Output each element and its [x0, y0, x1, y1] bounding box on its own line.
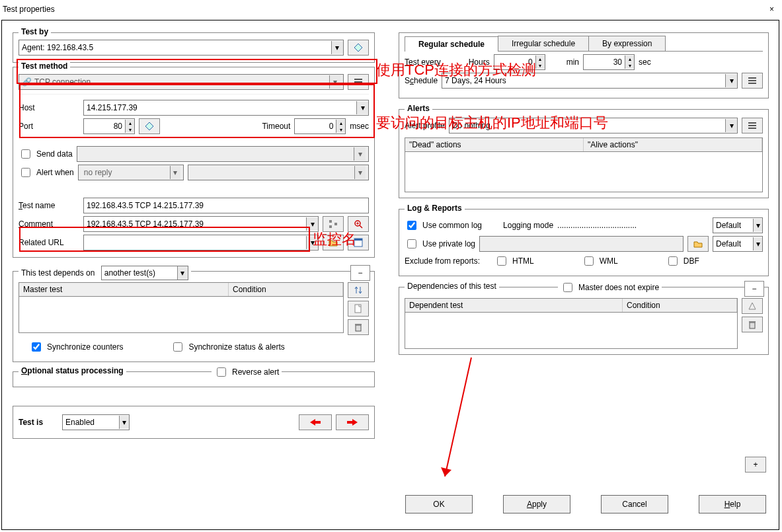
- dbf-checkbox[interactable]: [668, 256, 678, 266]
- up-icon[interactable]: ▴: [336, 120, 345, 126]
- host-combo[interactable]: ▾: [83, 100, 369, 116]
- delete-button[interactable]: [348, 319, 369, 335]
- senddata-input: [80, 147, 354, 161]
- dep-header: Dependent test: [405, 299, 623, 312]
- chevron-down-icon[interactable]: ▾: [177, 266, 188, 280]
- senddata-combo: ▾: [77, 146, 369, 162]
- comment-combo[interactable]: ▾: [83, 216, 319, 232]
- chevron-down-icon[interactable]: ▾: [306, 217, 318, 231]
- chevron-down-icon: ▾: [354, 147, 366, 161]
- depends-title: This test depends on ▾: [19, 266, 191, 280]
- masterexpire-checkbox[interactable]: [563, 283, 572, 292]
- help-button[interactable]: Help: [699, 495, 766, 513]
- schedule-config-button[interactable]: [742, 73, 763, 89]
- testis-combo[interactable]: ▾: [62, 414, 130, 430]
- schedule-input[interactable]: [442, 74, 725, 87]
- collapse-button[interactable]: −: [350, 265, 370, 281]
- chevron-down-icon: ▾: [354, 166, 366, 179]
- testis-input[interactable]: [63, 416, 119, 429]
- down-icon[interactable]: ▾: [125, 126, 134, 133]
- tab-regular[interactable]: Regular schedule: [405, 36, 498, 52]
- up-icon[interactable]: ▴: [125, 120, 134, 126]
- config-button[interactable]: [348, 74, 369, 90]
- sync-counters-checkbox[interactable]: [32, 342, 41, 352]
- usecommon-label: Use common log: [422, 221, 482, 230]
- hours-input[interactable]: [494, 56, 535, 69]
- close-icon[interactable]: ×: [765, 5, 778, 14]
- collapse-button[interactable]: −: [744, 281, 764, 297]
- reverse-alert-checkbox[interactable]: [217, 367, 226, 377]
- folder-button[interactable]: [323, 235, 344, 250]
- relatedurl-combo[interactable]: ▾: [83, 235, 319, 250]
- html-checkbox[interactable]: [497, 256, 506, 266]
- agent-combo[interactable]: ▾: [19, 40, 344, 56]
- port-input[interactable]: [84, 120, 125, 133]
- depends-mode-combo[interactable]: ▾: [101, 266, 188, 280]
- diamond-button[interactable]: [139, 118, 160, 134]
- svg-marker-29: [441, 467, 451, 476]
- loggingmode2-combo[interactable]: ▾: [713, 236, 763, 252]
- tab-irregular[interactable]: Irregular schedule: [498, 36, 589, 51]
- comment-input[interactable]: [84, 217, 306, 231]
- diamond-button[interactable]: [348, 40, 369, 56]
- alertprofile-combo[interactable]: ▾: [449, 118, 738, 133]
- apply-button[interactable]: Apply: [503, 495, 570, 513]
- wml-checkbox[interactable]: [584, 256, 594, 266]
- timeout-spin[interactable]: ▴▾: [294, 118, 346, 134]
- master-list[interactable]: [19, 297, 344, 333]
- hours-spin[interactable]: ▴▾: [494, 54, 545, 70]
- min-input[interactable]: [584, 56, 625, 69]
- alertwhen-label: Alert when: [36, 168, 74, 177]
- zoom-button[interactable]: [348, 216, 369, 232]
- privatelog-input: [479, 236, 684, 252]
- chevron-down-icon[interactable]: ▾: [306, 236, 318, 249]
- dep-list[interactable]: [405, 313, 738, 349]
- testname-input[interactable]: [83, 198, 369, 213]
- timeout-input[interactable]: [295, 120, 336, 133]
- agent-input[interactable]: [19, 41, 331, 54]
- alerts-list[interactable]: [405, 152, 763, 192]
- prev-button[interactable]: [299, 414, 332, 430]
- dots: ....................................: [557, 221, 709, 230]
- browser-button[interactable]: [348, 235, 369, 250]
- usecommon-checkbox[interactable]: [407, 221, 416, 230]
- port-label: Port: [19, 122, 79, 131]
- alertprofile-input[interactable]: [450, 119, 725, 132]
- sort-button[interactable]: [348, 282, 369, 298]
- sec-label: sec: [639, 57, 651, 67]
- relatedurl-input[interactable]: [84, 236, 306, 249]
- ok-button[interactable]: OK: [405, 495, 473, 513]
- host-input[interactable]: [84, 101, 356, 114]
- depends-mode-input[interactable]: [102, 267, 177, 279]
- loggingmode-label: Logging mode: [503, 221, 553, 230]
- next-button[interactable]: [336, 414, 369, 430]
- tab-expression[interactable]: By expression: [588, 36, 666, 51]
- open-folder-button[interactable]: [687, 236, 709, 252]
- min-spin[interactable]: ▴▾: [583, 54, 635, 70]
- delete-button[interactable]: [742, 317, 763, 332]
- senddata-checkbox[interactable]: [21, 149, 30, 159]
- alertwhen-combo: ▾: [78, 165, 184, 180]
- chevron-down-icon[interactable]: ▾: [119, 416, 129, 429]
- loggingmode1-combo[interactable]: ▾: [713, 217, 763, 233]
- down-icon[interactable]: ▾: [336, 126, 345, 133]
- schedule-combo[interactable]: ▾: [442, 73, 738, 89]
- sync-status-checkbox[interactable]: [173, 342, 182, 352]
- expand-button[interactable]: +: [745, 457, 766, 473]
- cancel-button[interactable]: Cancel: [601, 495, 668, 513]
- alertprofile-label: Alert profile: [405, 121, 445, 130]
- alertwhen-checkbox[interactable]: [21, 168, 30, 177]
- tree-button[interactable]: [323, 216, 344, 232]
- chevron-down-icon[interactable]: ▾: [725, 74, 737, 87]
- port-spin[interactable]: ▴▾: [83, 118, 135, 134]
- action-button[interactable]: [742, 298, 763, 314]
- new-button[interactable]: [348, 301, 369, 317]
- alert-config-button[interactable]: [742, 118, 763, 133]
- chevron-down-icon[interactable]: ▾: [725, 119, 737, 132]
- exclude-label: Exclude from reports:: [405, 256, 480, 266]
- chevron-down-icon[interactable]: ▾: [356, 101, 368, 114]
- useprivate-checkbox[interactable]: [407, 239, 416, 248]
- svg-rect-26: [750, 323, 755, 328]
- senddata-label: Send data: [36, 149, 73, 159]
- chevron-down-icon[interactable]: ▾: [331, 41, 343, 54]
